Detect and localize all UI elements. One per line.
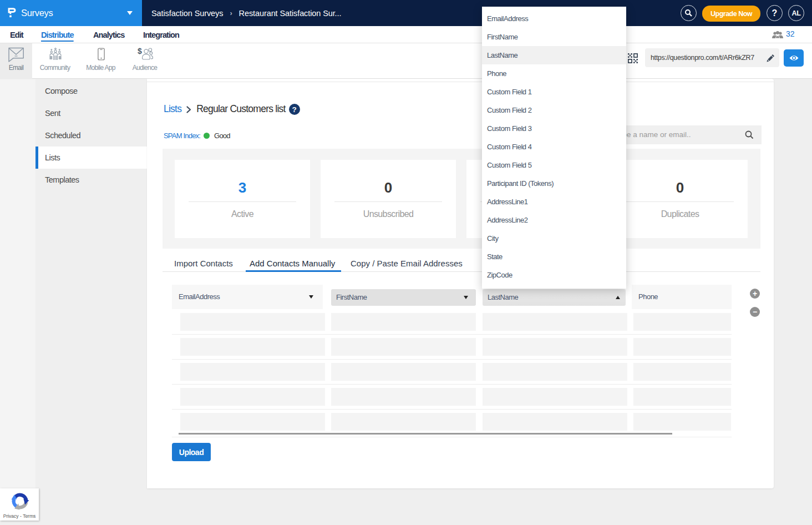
svg-text:$: $ <box>138 47 142 55</box>
